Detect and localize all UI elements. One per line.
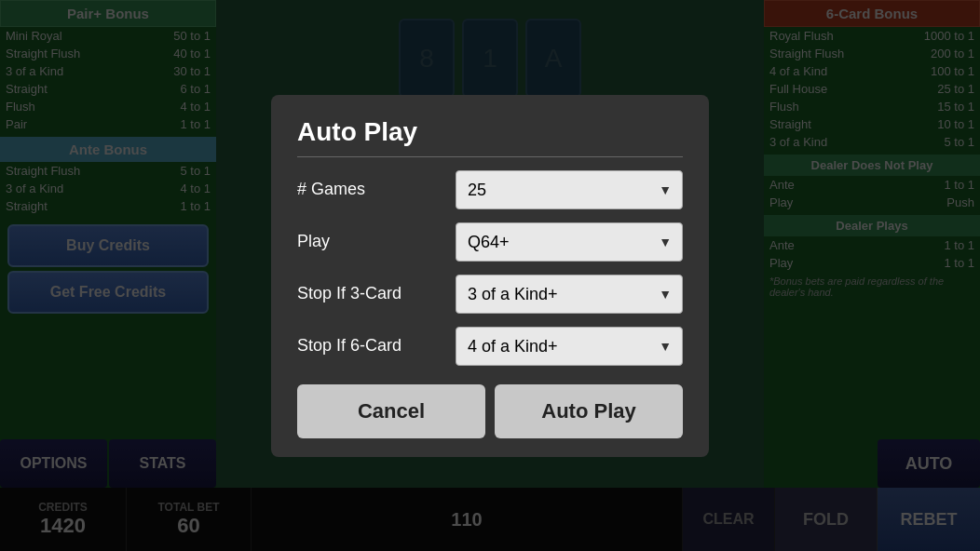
modal-overlay: Auto Play # Games 5102550100Infinite Pla… bbox=[0, 0, 980, 551]
auto-play-modal: Auto Play # Games 5102550100Infinite Pla… bbox=[271, 95, 709, 457]
play-label: Play bbox=[297, 232, 456, 251]
stop-six-card-select[interactable]: Never3 of a Kind+Straight+Flush+Full Hou… bbox=[456, 327, 683, 366]
stop-three-card-select[interactable]: Never3 of a Kind+Straight+Flush+Full Hou… bbox=[456, 275, 683, 314]
cancel-button[interactable]: Cancel bbox=[297, 384, 485, 438]
modal-buttons: Cancel Auto Play bbox=[297, 384, 683, 438]
play-select[interactable]: AlwaysQ64+Pair+ bbox=[456, 222, 683, 262]
stop-six-card-select-wrapper[interactable]: Never3 of a Kind+Straight+Flush+Full Hou… bbox=[456, 327, 683, 366]
play-row: Play AlwaysQ64+Pair+ bbox=[297, 222, 683, 262]
stop-six-card-row: Stop If 6-Card Never3 of a Kind+Straight… bbox=[297, 327, 683, 366]
stop-three-card-row: Stop If 3-Card Never3 of a Kind+Straight… bbox=[297, 275, 683, 314]
games-row: # Games 5102550100Infinite bbox=[297, 170, 683, 209]
stop-three-card-select-wrapper[interactable]: Never3 of a Kind+Straight+Flush+Full Hou… bbox=[456, 275, 683, 314]
games-select-wrapper[interactable]: 5102550100Infinite bbox=[456, 170, 683, 209]
modal-title: Auto Play bbox=[297, 117, 683, 157]
games-label: # Games bbox=[297, 180, 456, 199]
stop-six-card-label: Stop If 6-Card bbox=[297, 336, 456, 356]
autoplay-confirm-button[interactable]: Auto Play bbox=[495, 384, 683, 438]
games-select[interactable]: 5102550100Infinite bbox=[456, 170, 683, 209]
play-select-wrapper[interactable]: AlwaysQ64+Pair+ bbox=[456, 222, 683, 262]
stop-three-card-label: Stop If 3-Card bbox=[297, 284, 456, 303]
